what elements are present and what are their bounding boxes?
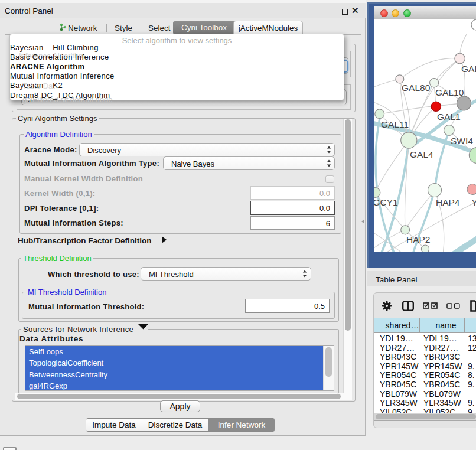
- svg-text:GAL80: GAL80: [402, 83, 431, 93]
- svg-text:GAL1: GAL1: [437, 112, 461, 122]
- svg-text:GAL11: GAL11: [381, 119, 409, 129]
- svg-text:Y: Y: [472, 197, 476, 207]
- svg-text:HAP2: HAP2: [406, 234, 431, 244]
- svg-text:HAP4: HAP4: [436, 197, 460, 207]
- svg-text:GAL4: GAL4: [410, 149, 433, 159]
- svg-text:GCY1: GCY1: [374, 197, 398, 207]
- svg-text:GAL: GAL: [461, 64, 476, 74]
- svg-text:GAL10: GAL10: [435, 87, 464, 97]
- svg-text:SWI4: SWI4: [451, 136, 473, 146]
